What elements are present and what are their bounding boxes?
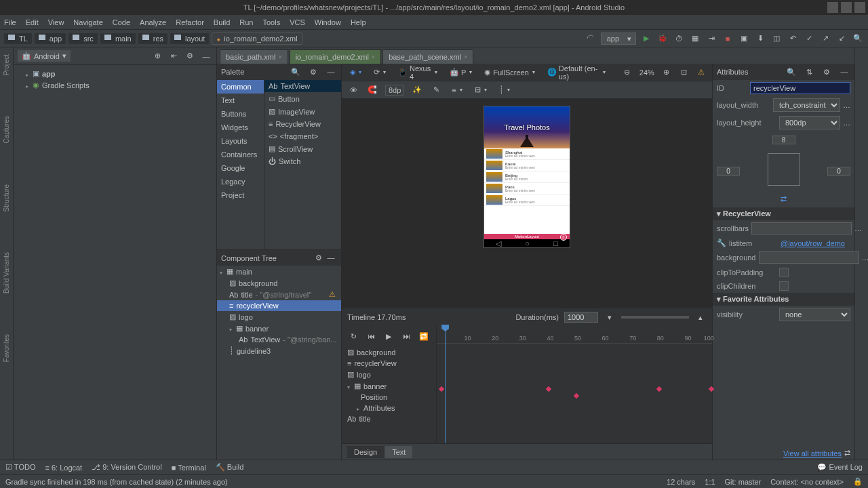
left-tool-favorites[interactable]: Favorites [3,334,10,362]
menu-code[interactable]: Code [113,18,130,26]
crumb[interactable]: app [35,33,66,44]
attr-scrollbars-input[interactable] [751,222,852,235]
tab[interactable]: basic_path.xml× [220,49,288,64]
constraint-widget[interactable]: ⇄ [713,136,854,203]
tl-track[interactable]: ▦ banner [344,380,433,392]
infer-icon[interactable]: ✨ [411,84,423,96]
crumb[interactable]: ⬥io_romain_demo2.xml [212,33,302,45]
left-tool-buildvariants[interactable]: Build Variants [3,252,10,293]
menu-file[interactable]: File [4,18,16,26]
tl-track[interactable]: Attributes [344,403,433,413]
close-icon[interactable]: × [372,54,375,60]
tool-build[interactable]: 🔨 Build [216,463,244,472]
close-icon[interactable]: × [464,54,467,60]
status-context[interactable]: Context: <no context> [770,478,844,486]
margin-select[interactable]: 8dp [385,85,404,96]
zoom-in-icon[interactable]: ⊕ [661,66,672,79]
tool-terminal[interactable]: ■ Terminal [172,464,206,472]
lock-icon[interactable]: 🔒 [853,477,863,486]
profile-button[interactable]: ⏱ [673,33,685,45]
undo-icon[interactable]: ↶ [787,33,799,45]
crumb[interactable]: res [138,33,167,44]
debug-button[interactable]: 🐞 [656,33,669,45]
search-icon[interactable]: 🔍 [785,66,797,78]
menu-window[interactable]: Window [315,18,341,26]
surftab-design[interactable]: Design [347,446,384,458]
sort-icon[interactable]: ⇅ [803,66,815,78]
wand-icon[interactable]: ✎ [430,84,442,96]
avd-button[interactable]: ▣ [738,33,750,45]
tab[interactable]: base_path_scene.xml× [382,49,473,64]
gear-icon[interactable]: ⚙ [313,252,325,264]
collapse-icon[interactable]: ⇤ [167,50,180,62]
ctree-row[interactable]: ≡ recyclerView [217,300,341,311]
palette-cat[interactable]: Containers [217,148,264,161]
ctree-row[interactable]: Ab title - "@string/travel"⚠ [217,289,341,300]
warnings-icon[interactable]: ⚠ [696,66,707,79]
run-config-select[interactable]: app [601,33,636,45]
scroll-from-source-icon[interactable]: ⊕ [151,50,163,62]
ratio-icon[interactable]: ⇄ [781,195,787,203]
stop-button[interactable]: ■ [722,33,734,45]
attr-height-select[interactable]: 800dp [779,116,840,129]
menu-view[interactable]: View [48,18,64,26]
hide-icon[interactable]: — [325,251,337,264]
tl-track[interactable]: Ab title [344,413,433,424]
keyframe[interactable] [574,393,579,399]
sync-icon[interactable] [585,33,597,45]
palette-item[interactable]: ▤ScrollView [264,142,341,155]
palette-cat[interactable]: Common [217,80,264,94]
margin-top-input[interactable] [772,136,795,144]
design-view-select[interactable]: ◈ [347,66,364,78]
palette-item[interactable]: ▨ImageView [264,105,341,118]
hide-icon[interactable]: — [325,66,337,78]
max-button[interactable] [841,2,852,13]
tl-track[interactable]: ≡ recyclerView [344,358,433,369]
zoom-out-icon[interactable]: ⊖ [622,66,633,79]
keyframe[interactable] [656,386,662,392]
menu-run[interactable]: Run [239,18,253,26]
search-icon[interactable]: 🔍 [290,66,302,78]
ctree-row[interactable]: Ab TextView - "@string/ban... [217,334,341,345]
view-all-attributes-link[interactable]: View all attributes [783,449,842,458]
push-icon[interactable]: ↗ [819,33,831,45]
tl-cycle-icon[interactable]: ↻ [347,330,359,342]
eye-icon[interactable]: 👁 [347,84,359,96]
search-icon[interactable]: 🔍 [852,33,864,45]
coverage-button[interactable]: ▦ [689,33,701,45]
crumb[interactable]: main [100,33,136,44]
ctree-row[interactable]: ▨ background [217,277,341,289]
attr-listitem-link[interactable]: @layout/row_demo [781,239,845,247]
tree-node-app[interactable]: ▣app [14,68,216,79]
tab[interactable]: io_romain_demo2.xml× [290,49,381,64]
keyframe[interactable] [546,386,551,392]
ctree-row[interactable]: ┊ guideline3 [217,345,341,357]
tree-node-gradle[interactable]: ◉Gradle Scripts [14,79,216,91]
palette-item[interactable]: ▭Button [264,92,341,105]
min-button[interactable] [827,2,838,13]
palette-item[interactable]: ≡RecyclerView [264,118,341,130]
project-scope-select[interactable]: 🤖Android ▾ [18,50,71,62]
palette-cat[interactable]: Google [217,161,264,175]
tl-track[interactable]: ▨ logo [344,369,433,380]
menu-tools[interactable]: Tools [262,18,280,26]
orientation-select[interactable]: ⟳ [371,66,389,78]
menu-help[interactable]: Help [351,18,366,26]
attr-width-select[interactable]: tch_constraint [773,98,840,112]
palette-item[interactable]: <><fragment> [264,130,341,142]
keyframe[interactable] [439,386,444,392]
tl-start-icon[interactable]: ⏮ [365,330,377,342]
tool-vcs[interactable]: ⎇ 9: Version Control [92,463,162,472]
close-icon[interactable]: × [278,54,281,60]
guide-select[interactable]: ┊ [496,84,513,96]
run-button[interactable]: ▶ [640,33,652,45]
align-select[interactable]: ≡ [449,85,465,96]
zoom-fit-icon[interactable]: ⊡ [679,66,690,79]
pack-select[interactable]: ⊟ [472,84,490,96]
hide-icon[interactable]: — [838,66,850,78]
gear-icon[interactable]: ⚙ [184,50,196,62]
palette-item[interactable]: AbTextView [264,80,341,92]
sdk-button[interactable]: ⬇ [754,33,766,45]
menu-build[interactable]: Build [214,18,230,26]
device-preview[interactable]: Travel Photos ShanghaiEnim ad minim veni… [484,106,570,248]
